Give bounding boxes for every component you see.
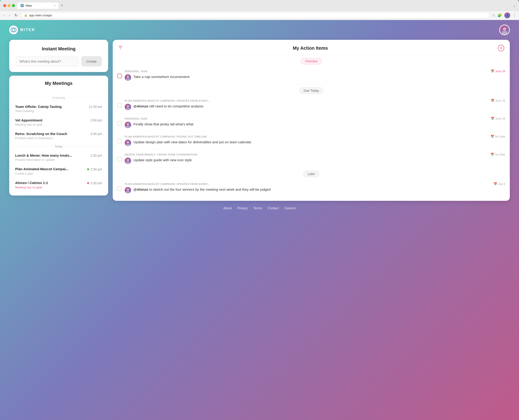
action-item-meta: DESIGN TEAM WEEKLY: CROSS-TEAM COORDINAT… xyxy=(125,153,505,156)
extensions-icon[interactable]: 🧩 xyxy=(497,13,502,17)
svg-point-4 xyxy=(503,27,506,30)
action-item-meta: PERSONAL TASK 📅 June 29 xyxy=(125,117,505,120)
meeting-item-header: Alonzo / Catniss 1:1 2:30 pm xyxy=(15,181,102,185)
calendar-icon: 📅 xyxy=(490,135,494,138)
action-item-content: PLAN ANIMATED-MASCOT CAMPAIGN: FIGURE OU… xyxy=(125,135,505,146)
avatar xyxy=(125,187,131,194)
action-checkbox[interactable] xyxy=(117,121,122,126)
meeting-name: Team Offsite: Catnip Tasting xyxy=(15,105,62,109)
action-items-panel: My Action Items + Overdue PERSONAL TASK … xyxy=(113,40,510,201)
svg-point-19 xyxy=(127,159,129,161)
meeting-topic-input[interactable] xyxy=(16,56,79,67)
avatar xyxy=(125,104,131,110)
app-container: MITER xyxy=(0,20,519,420)
yesterday-label: Yesterday xyxy=(49,95,68,100)
list-item: PLAN ANIMATED-MASCOT CAMPAIGN: UPDATES F… xyxy=(113,96,510,114)
footer-link-about[interactable]: About xyxy=(223,206,232,210)
action-item-body: @Alonzo to sketch out the four winners b… xyxy=(125,187,505,194)
tab-close-icon[interactable]: × xyxy=(54,4,55,7)
action-item-body: Take a nap somewhere inconvenient xyxy=(125,74,505,81)
bookmark-icon[interactable]: ☆ xyxy=(492,13,495,17)
lock-icon: 🔒 xyxy=(24,14,27,17)
address-bar[interactable]: 🔒 app.miter.co/app/ xyxy=(21,12,489,18)
action-text: Finally show that pesky tail what's what xyxy=(133,122,193,127)
meeting-name: Plan Animated-Mascot Campai... xyxy=(15,167,68,171)
avatar xyxy=(125,122,131,128)
list-item: PLAN ANIMATED-MASCOT CAMPAIGN: UPDATES F… xyxy=(113,179,510,197)
list-item: DESIGN TEAM WEEKLY: CROSS-TEAM COORDINAT… xyxy=(113,150,510,167)
list-item[interactable]: Plan Animated-Mascot Campai... 2:30 pm C… xyxy=(12,164,105,178)
action-date: 📅 June 28 xyxy=(491,69,505,73)
maximize-button[interactable] xyxy=(12,4,15,7)
footer-link-careers[interactable]: Careers xyxy=(284,206,296,210)
traffic-lights xyxy=(3,4,15,7)
svg-point-22 xyxy=(127,188,129,191)
svg-point-5 xyxy=(502,31,507,35)
meeting-item-header: Retro: Scratching on the Couch 4:30 pm xyxy=(15,132,102,136)
action-date: 📅 July 6 xyxy=(493,182,505,186)
footer-link-contact[interactable]: Contact xyxy=(268,206,278,210)
yesterday-separator: Yesterday xyxy=(12,95,105,100)
action-checkbox[interactable] xyxy=(117,139,122,143)
action-category: PLAN ANIMATED-MASCOT CAMPAIGN: FIGURE OU… xyxy=(125,135,207,138)
action-item-content: PLAN ANIMATED-MASCOT CAMPAIGN: UPDATES F… xyxy=(125,99,505,110)
close-button[interactable] xyxy=(3,4,6,7)
instant-meeting-card: Instant Meeting Create xyxy=(9,40,108,72)
meeting-name: Lunch & Meow: How many treats... xyxy=(15,153,72,157)
action-item-content: PERSONAL TASK 📅 June 29 xyxy=(125,117,505,128)
action-category: PERSONAL TASK xyxy=(125,70,148,73)
calendar-icon: 📅 xyxy=(490,153,494,156)
meeting-subtitle: Present information or update xyxy=(15,158,102,161)
active-tab[interactable]: M Miter × xyxy=(17,2,59,9)
footer-link-privacy[interactable]: Privacy xyxy=(237,206,248,210)
list-item[interactable]: Lunch & Meow: How many treats... 2:30 pm… xyxy=(12,151,105,164)
today-label: Today xyxy=(52,144,66,149)
browser-user-avatar[interactable]: 👤 xyxy=(504,12,510,18)
menu-icon[interactable]: ⋮ xyxy=(512,13,516,17)
list-item[interactable]: Retro: Scratching on the Couch 4:30 pm P… xyxy=(12,129,105,142)
user-avatar[interactable] xyxy=(499,25,510,35)
meeting-time: 2:30 pm xyxy=(90,181,102,185)
meeting-item-header: Vet Appointment 2:00 pm xyxy=(15,118,102,122)
logo-area: MITER xyxy=(9,26,35,34)
svg-point-10 xyxy=(127,105,129,107)
forward-button[interactable]: › xyxy=(8,13,11,18)
meeting-item-header: Team Offsite: Catnip Tasting 11:30 am xyxy=(15,105,102,109)
meeting-subtitle: Meeting had no goal xyxy=(15,123,102,126)
url-text: app.miter.co/app/ xyxy=(29,14,52,17)
calendar-icon: 📅 xyxy=(491,99,494,102)
my-meetings-title: My Meetings xyxy=(16,81,102,86)
tab-chevron-icon[interactable]: ⌄ xyxy=(513,3,516,8)
filter-icon[interactable] xyxy=(118,45,123,51)
action-checkbox[interactable] xyxy=(117,186,122,191)
action-text: @Alonzo to sketch out the four winners b… xyxy=(133,187,271,192)
action-checkbox[interactable] xyxy=(117,157,122,161)
refresh-button[interactable]: ↻ xyxy=(14,13,18,18)
tab-bar: M Miter × + ⌄ xyxy=(17,2,516,9)
due-today-badge: Due Today xyxy=(299,87,323,94)
browser-titlebar: M Miter × + ⌄ xyxy=(0,0,519,11)
list-item[interactable]: Alonzo / Catniss 1:1 2:30 pm Meeting has… xyxy=(12,178,105,191)
toolbar-right: ☆ 🧩 👤 ⋮ xyxy=(492,12,516,18)
add-action-item-button[interactable]: + xyxy=(498,45,504,51)
action-items-title: My Action Items xyxy=(293,45,328,51)
left-panel: Instant Meeting Create My Meetings xyxy=(9,40,108,195)
meeting-subtitle-alert: Meeting has no goal xyxy=(15,186,102,189)
new-tab-button[interactable]: + xyxy=(59,2,65,9)
meeting-name: Vet Appointment xyxy=(15,118,43,122)
footer-link-terms[interactable]: Terms xyxy=(253,206,262,210)
action-item-body: Update design plan with new dates for de… xyxy=(125,140,505,146)
avatar xyxy=(125,158,131,164)
action-checkbox[interactable] xyxy=(117,74,122,78)
app-header: MITER xyxy=(0,20,519,40)
meetings-list: Yesterday Team Offsite: Catnip Tasting 1… xyxy=(9,93,108,195)
back-button[interactable]: ‹ xyxy=(3,13,6,18)
action-date: 📅 No Date xyxy=(490,153,505,156)
list-item[interactable]: Vet Appointment 2:00 pm Meeting had no g… xyxy=(12,115,105,128)
svg-point-16 xyxy=(127,141,129,143)
create-meeting-button[interactable]: Create xyxy=(81,56,102,67)
meeting-input-row: Create xyxy=(16,56,102,67)
minimize-button[interactable] xyxy=(8,4,11,7)
action-checkbox[interactable] xyxy=(117,103,122,108)
list-item[interactable]: Team Offsite: Catnip Tasting 11:30 am Te… xyxy=(12,102,105,115)
